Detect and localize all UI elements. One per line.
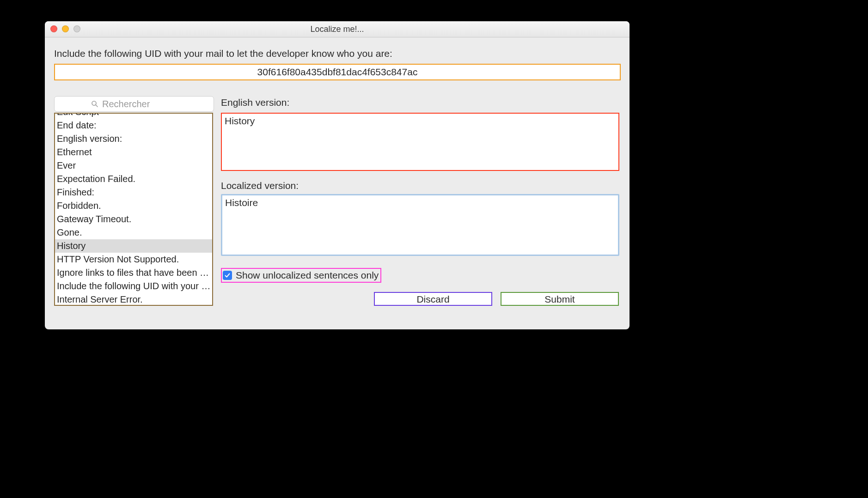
list-item[interactable]: Gateway Timeout.: [55, 213, 212, 226]
list-item[interactable]: Ignore links to files that have been dow…: [55, 266, 212, 279]
localized-version-text[interactable]: Histoire: [221, 194, 619, 256]
list-item[interactable]: Expectation Failed.: [55, 172, 212, 186]
search-input[interactable]: [101, 98, 177, 110]
list-item[interactable]: Ethernet: [55, 146, 212, 159]
submit-button-label: Submit: [544, 294, 575, 304]
english-version-label: English version:: [221, 97, 289, 108]
localized-version-label: Localized version:: [221, 180, 299, 191]
submit-button[interactable]: Submit: [501, 292, 619, 306]
list-item[interactable]: HTTP Version Not Supported.: [55, 253, 212, 266]
uid-field[interactable]: 30f616f80a435dbf81dac4f653c847ac: [54, 64, 621, 80]
search-icon: [91, 100, 98, 108]
uid-value: 30f616f80a435dbf81dac4f653c847ac: [257, 67, 418, 77]
minimize-icon[interactable]: [62, 25, 69, 32]
svg-line-1: [96, 105, 98, 107]
list-item[interactable]: Edit Script: [55, 113, 212, 119]
search-field[interactable]: [54, 96, 214, 112]
checkbox-icon[interactable]: [223, 271, 232, 280]
localized-version-value: Histoire: [225, 197, 258, 208]
discard-button[interactable]: Discard: [374, 292, 492, 306]
content-area: Include the following UID with your mail…: [45, 37, 630, 329]
close-icon[interactable]: [50, 25, 57, 32]
list-item[interactable]: History: [55, 239, 212, 253]
list-item[interactable]: Internal Server Error.: [55, 293, 212, 306]
list-item[interactable]: End date:: [55, 119, 212, 132]
window-controls: [50, 25, 80, 32]
list-item[interactable]: Ever: [55, 159, 212, 172]
instruction-text: Include the following UID with your mail…: [54, 48, 392, 59]
list-item[interactable]: Gone.: [55, 226, 212, 239]
list-item[interactable]: Forbidden.: [55, 199, 212, 213]
list-item[interactable]: English version:: [55, 132, 212, 146]
list-item[interactable]: Finished:: [55, 186, 212, 199]
english-version-text[interactable]: History: [221, 113, 619, 171]
discard-button-label: Discard: [416, 294, 449, 304]
english-version-value: History: [225, 115, 255, 126]
show-unlocalized-label: Show unlocalized sentences only: [236, 270, 379, 281]
sentence-list[interactable]: Edit ScriptEnd date:English version:Ethe…: [54, 113, 213, 306]
window-title: Localize me!...: [45, 21, 630, 37]
show-unlocalized-checkbox-row[interactable]: Show unlocalized sentences only: [221, 268, 381, 283]
list-item[interactable]: Include the following UID with your mail…: [55, 279, 212, 293]
window: Localize me!... Include the following UI…: [45, 21, 630, 329]
titlebar[interactable]: Localize me!...: [45, 21, 630, 37]
maximize-icon[interactable]: [73, 25, 80, 32]
